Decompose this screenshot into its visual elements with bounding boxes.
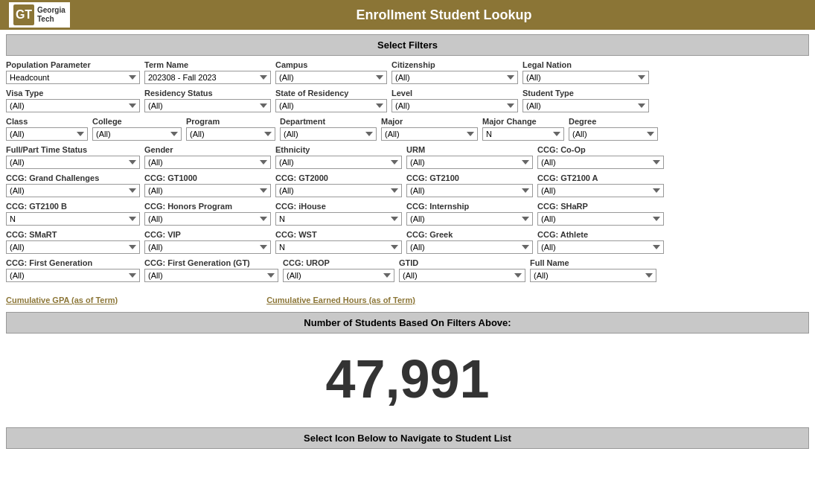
gt-logo-icon: GT xyxy=(13,4,34,25)
level-label: Level xyxy=(391,89,518,98)
header-bar: GT Georgia Tech Enrollment Student Looku… xyxy=(0,0,815,30)
ccg-urop-select[interactable]: (All) xyxy=(283,269,394,282)
ethnicity-select[interactable]: (All) xyxy=(275,156,402,169)
department-label: Department xyxy=(280,117,377,126)
filter-group-class: Class (All) xyxy=(6,117,88,141)
ccg-honors-label: CCG: Honors Program xyxy=(144,202,271,211)
filter-group-pop-param: Population Parameter Headcount xyxy=(6,60,140,84)
filter-group-ccg-coop: CCG: Co-Op (All) xyxy=(537,145,664,169)
ccg-gt2000-label: CCG: GT2000 xyxy=(275,173,402,182)
campus-select[interactable]: (All) xyxy=(275,71,387,84)
filter-group-gender: Gender (All) xyxy=(144,145,271,169)
ccg-gt2100a-select[interactable]: (All) xyxy=(537,184,664,197)
student-count: 47,991 xyxy=(6,334,809,424)
major-label: Major xyxy=(381,117,478,126)
ccg-sharp-select[interactable]: (All) xyxy=(537,212,664,226)
ccg-coop-select[interactable]: (All) xyxy=(537,156,664,169)
ccg-honors-select[interactable]: (All) xyxy=(144,212,271,226)
major-select[interactable]: (All) xyxy=(381,127,478,141)
college-select[interactable]: (All) xyxy=(92,127,182,141)
ccg-wst-label: CCG: WST xyxy=(275,230,402,239)
student-type-label: Student Type xyxy=(522,89,649,98)
filter-group-major-change: Major Change N xyxy=(482,117,564,141)
citizenship-select[interactable]: (All) xyxy=(391,71,518,84)
ccg-gt1000-select[interactable]: (All) xyxy=(144,184,271,197)
full-name-select[interactable]: (All) xyxy=(530,269,656,282)
filter-row-4: Full/Part Time Status (All) Gender (All)… xyxy=(6,145,809,169)
ccg-internship-select[interactable]: (All) xyxy=(406,212,533,226)
filter-group-ccg-gt2000: CCG: GT2000 (All) xyxy=(275,173,402,197)
filter-group-ccg-grand: CCG: Grand Challenges (All) xyxy=(6,173,140,197)
level-select[interactable]: (All) xyxy=(391,99,518,112)
degree-select[interactable]: (All) xyxy=(569,127,658,141)
pop-param-label: Population Parameter xyxy=(6,60,140,69)
ccg-coop-label: CCG: Co-Op xyxy=(537,145,664,154)
filter-group-ccg-internship: CCG: Internship (All) xyxy=(406,202,533,226)
legal-nation-select[interactable]: (All) xyxy=(522,71,649,84)
filter-group-urm: URM (All) xyxy=(406,145,533,169)
filter-group-ccg-greek: CCG: Greek (All) xyxy=(406,230,533,254)
select-filters-header: Select Filters xyxy=(6,34,809,56)
gender-select[interactable]: (All) xyxy=(144,156,271,169)
filter-group-full-name: Full Name (All) xyxy=(530,258,656,282)
filter-group-ethnicity: Ethnicity (All) xyxy=(275,145,402,169)
ccg-athlete-select[interactable]: (All) xyxy=(537,240,664,254)
visa-type-label: Visa Type xyxy=(6,89,140,98)
ccg-firstgen-gt-select[interactable]: (All) xyxy=(144,269,278,282)
filter-group-ccg-gt2100b: CCG: GT2100 B N xyxy=(6,202,140,226)
pop-param-select[interactable]: Headcount xyxy=(6,71,140,84)
ccg-grand-select[interactable]: (All) xyxy=(6,184,140,197)
navigate-header: Select Icon Below to Navigate to Student… xyxy=(6,427,809,449)
ccg-wst-select[interactable]: N xyxy=(275,240,402,254)
campus-label: Campus xyxy=(275,60,387,69)
results-header: Number of Students Based On Filters Abov… xyxy=(6,312,809,334)
department-select[interactable]: (All) xyxy=(280,127,377,141)
term-name-select[interactable]: 202308 - Fall 2023 xyxy=(144,71,271,84)
page-title: Enrollment Student Lookup xyxy=(82,7,806,23)
ccg-gt2100b-select[interactable]: N xyxy=(6,212,140,226)
filter-group-ccg-firstgen: CCG: First Generation (All) xyxy=(6,258,140,282)
filter-group-legal-nation: Legal Nation (All) xyxy=(522,60,649,84)
ccg-greek-select[interactable]: (All) xyxy=(406,240,533,254)
class-select[interactable]: (All) xyxy=(6,127,88,141)
filter-group-ccg-urop: CCG: UROP (All) xyxy=(283,258,394,282)
filter-group-ccg-gt1000: CCG: GT1000 (All) xyxy=(144,173,271,197)
ccg-vip-label: CCG: VIP xyxy=(144,230,271,239)
filter-group-student-type: Student Type (All) xyxy=(522,89,649,112)
gtid-select[interactable]: (All) xyxy=(399,269,525,282)
gender-label: Gender xyxy=(144,145,271,154)
gt-logo: GT Georgia Tech xyxy=(9,2,70,28)
filter-group-state-residency: State of Residency (All) xyxy=(275,89,387,112)
fullpart-time-label: Full/Part Time Status xyxy=(6,145,140,154)
state-residency-select[interactable]: (All) xyxy=(275,99,387,112)
program-select[interactable]: (All) xyxy=(186,127,275,141)
ccg-vip-select[interactable]: (All) xyxy=(144,240,271,254)
filter-group-citizenship: Citizenship (All) xyxy=(391,60,518,84)
cumulative-gpa-link[interactable]: Cumulative GPA (as of Term) xyxy=(6,296,118,304)
ccg-sharp-label: CCG: SHaRP xyxy=(537,202,664,211)
ccg-gt2100-select[interactable]: (All) xyxy=(406,184,533,197)
ccg-gt2100-label: CCG: GT2100 xyxy=(406,173,533,182)
cumulative-hours-link[interactable]: Cumulative Earned Hours (as of Term) xyxy=(266,296,415,304)
filter-group-program: Program (All) xyxy=(186,117,275,141)
urm-select[interactable]: (All) xyxy=(406,156,533,169)
gt-logo-text: Georgia Tech xyxy=(37,6,65,24)
filter-row-7: CCG: SMaRT (All) CCG: VIP (All) CCG: WST… xyxy=(6,230,809,254)
ethnicity-label: Ethnicity xyxy=(275,145,402,154)
filter-group-major: Major (All) xyxy=(381,117,478,141)
ccg-smart-select[interactable]: (All) xyxy=(6,240,140,254)
degree-label: Degree xyxy=(569,117,658,126)
ccg-ihouse-select[interactable]: N xyxy=(275,212,402,226)
filter-group-ccg-gt2100a: CCG: GT2100 A (All) xyxy=(537,173,664,197)
filter-group-campus: Campus (All) xyxy=(275,60,387,84)
visa-type-select[interactable]: (All) xyxy=(6,99,140,112)
class-label: Class xyxy=(6,117,88,126)
student-type-select[interactable]: (All) xyxy=(522,99,649,112)
residency-status-select[interactable]: (All) xyxy=(144,99,271,112)
ccg-firstgen-select[interactable]: (All) xyxy=(6,269,140,282)
major-change-select[interactable]: N xyxy=(482,127,564,141)
fullpart-time-select[interactable]: (All) xyxy=(6,156,140,169)
ccg-gt2000-select[interactable]: (All) xyxy=(275,184,402,197)
filter-group-ccg-wst: CCG: WST N xyxy=(275,230,402,254)
ccg-smart-label: CCG: SMaRT xyxy=(6,230,140,239)
